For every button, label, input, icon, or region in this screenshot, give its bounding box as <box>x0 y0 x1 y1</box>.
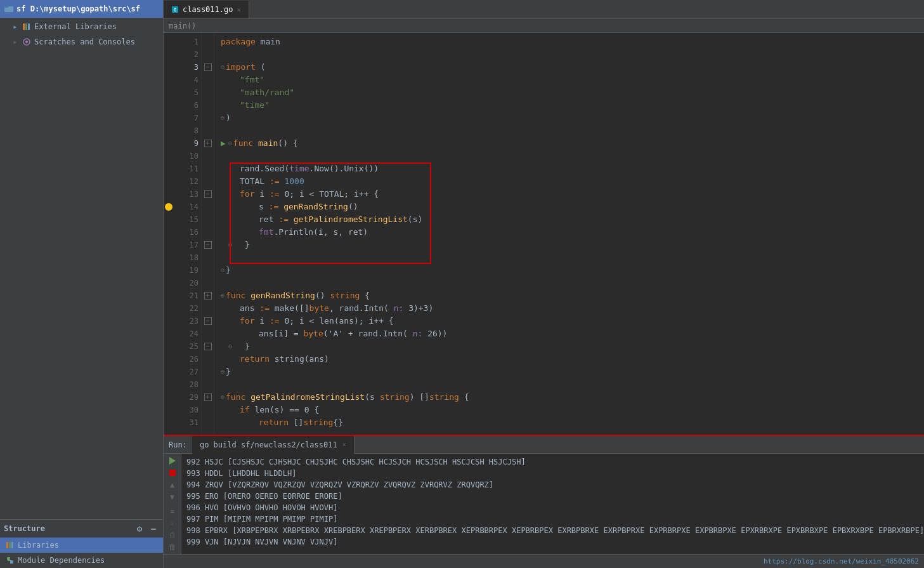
fold-gutter-21[interactable]: + <box>202 289 214 302</box>
project-root-label: sf D:\mysetup\gopath\src\sf <box>16 4 140 13</box>
code-line-10 <box>221 150 924 162</box>
fold-gutter-7 <box>202 112 214 124</box>
sidebar: sf D:\mysetup\gopath\src\sf ▶ External L… <box>0 0 164 568</box>
run-label: Run: <box>164 440 192 449</box>
line-num-21: 21 <box>164 289 201 302</box>
editor-tab-class011[interactable]: G class011.go × <box>164 1 249 18</box>
fold-gutter-13[interactable]: − <box>202 188 214 201</box>
fold-gutter-2 <box>202 48 214 61</box>
fold-gutter-25[interactable]: − <box>202 340 214 353</box>
scratches-arrow-icon: ▶ <box>10 37 20 47</box>
line-num-12: 12 <box>164 175 201 188</box>
structure-collapse-btn[interactable]: − <box>148 523 159 534</box>
line-num-28: 28 <box>164 378 201 391</box>
scroll-end-btn[interactable]: ⇩ <box>166 518 179 528</box>
module-icon <box>5 555 15 565</box>
stop-button[interactable] <box>166 468 179 478</box>
fold-gutter-29[interactable]: + <box>202 391 214 404</box>
sidebar-tree: ▶ External Libraries ▶ <box>0 18 163 51</box>
fold-gutter-14 <box>202 201 214 213</box>
fold-gutter-19 <box>202 264 214 277</box>
print-btn[interactable]: ⎙ <box>166 531 179 540</box>
breadcrumb-text: main() <box>169 22 196 30</box>
line-num-20: 20 <box>164 277 201 289</box>
line-num-24: 24 <box>164 327 201 340</box>
code-line-1: package main <box>221 36 924 48</box>
code-line-26: return string(ans) <box>221 353 924 366</box>
fold-gutter-18 <box>202 251 214 264</box>
fold-gutter-22 <box>202 302 214 315</box>
scroll-up-btn[interactable]: ▲ <box>166 480 179 490</box>
scroll-down-btn[interactable]: ▼ <box>166 492 179 501</box>
play-button[interactable] <box>166 456 179 466</box>
go-file-icon: G <box>171 6 179 13</box>
structure-title: Structure <box>4 524 45 533</box>
code-line-28 <box>221 378 924 391</box>
code-line-23: for i := 0; i < len(ans); i++ { <box>221 315 924 327</box>
line-num-29: 29 <box>164 391 201 404</box>
code-line-6: "time" <box>221 99 924 112</box>
fold-gutter-23[interactable]: − <box>202 315 214 327</box>
soft-wrap-btn[interactable]: ≡ <box>166 506 179 516</box>
line-num-9: 9 <box>164 137 201 150</box>
fold-gutter-10 <box>202 150 214 162</box>
console-output[interactable]: 992 HSJC [CJSHSJC CJHSHJC CHJSJHC CHSJSH… <box>181 454 924 554</box>
code-line-2 <box>221 48 924 61</box>
tab-close-btn[interactable]: × <box>237 6 241 14</box>
sidebar-item-external-libraries[interactable]: ▶ External Libraries <box>0 19 163 34</box>
fold-gutter-9[interactable]: + <box>202 137 214 150</box>
fold-gutter-20 <box>202 277 214 289</box>
console-line-2: 994 ZRQV [VZQRZRQV VQZRZQV VZQRQZV VZRQR… <box>186 479 919 491</box>
console-line-6: 998 EPBRX [XRBPEPBRX XRBPEBRX XREBPBERX … <box>186 525 919 536</box>
run-tab-close-btn[interactable]: × <box>342 441 346 448</box>
libraries-icon2 <box>5 540 15 550</box>
fold-gutter-3[interactable]: − <box>202 61 214 74</box>
line-num-31: 31 <box>164 416 201 429</box>
libraries-icon <box>22 22 32 32</box>
code-editor[interactable]: 1 2 3 4 5 6 7 8 9 10 11 12 13 14 15 16 1… <box>164 33 924 435</box>
clear-btn[interactable]: 🗑 <box>166 542 179 551</box>
structure-panel: Structure ⚙ − Libraries <box>0 519 163 568</box>
line-num-11: 11 <box>164 162 201 175</box>
svg-rect-11 <box>10 560 13 564</box>
run-tab[interactable]: go build sf/newclass2/class011 × <box>192 436 355 454</box>
svg-rect-4 <box>28 23 30 30</box>
breadcrumb: main() <box>169 22 196 30</box>
console-line-4: 996 HVO [OVHVO OHVHO HOVOH HVOVH] <box>186 502 919 513</box>
code-line-25: ⊖} <box>221 340 924 353</box>
bottom-sidebar: ▲ ▼ ≡ ⇩ ⎙ 🗑 <box>164 454 181 554</box>
code-line-22: ans := make([]byte, rand.Intn( n: 3)+3) <box>221 302 924 315</box>
sidebar-item-module-deps[interactable]: Module Dependencies <box>0 553 163 568</box>
structure-header: Structure ⚙ − <box>0 520 163 538</box>
project-root-item[interactable]: sf D:\mysetup\gopath\src\sf <box>0 0 163 18</box>
sidebar-item-scratches[interactable]: ▶ Scratches and Consoles <box>0 34 163 50</box>
sidebar-item-libraries[interactable]: Libraries <box>0 538 163 553</box>
fold-gutter-30 <box>202 404 214 416</box>
line-num-13: 13 <box>164 188 201 201</box>
svg-rect-1 <box>4 6 8 8</box>
line-num-10: 10 <box>164 150 201 162</box>
line-num-18: 18 <box>164 251 201 264</box>
console-line-7: 999 VJN [NJVJN NVJVN VNJNV VJNJV] <box>186 536 919 548</box>
svg-rect-8 <box>9 542 11 548</box>
bottom-tabs: Run: go build sf/newclass2/class011 × <box>164 436 924 454</box>
line-num-8: 8 <box>164 124 201 137</box>
fold-gutter-12 <box>202 175 214 188</box>
line-num-26: 26 <box>164 353 201 366</box>
fold-gutter-28 <box>202 378 214 391</box>
editor-area: G class011.go × main() 1 2 3 4 5 6 <box>164 0 924 568</box>
fold-gutter-5 <box>202 86 214 99</box>
code-line-29: ⊕func getPalindromeStringList(s string) … <box>221 391 924 404</box>
svg-point-6 <box>25 41 28 43</box>
bottom-panel: Run: go build sf/newclass2/class011 × ▲ <box>164 435 924 568</box>
structure-settings-btn[interactable]: ⚙ <box>134 523 145 534</box>
code-content-area[interactable]: package main ⊖import ( "fmt" "math/rand" <box>214 33 924 435</box>
code-line-21: ⊕func genRandString() string { <box>221 289 924 302</box>
line-num-17: 17 <box>164 239 201 251</box>
fold-gutter-17[interactable]: − <box>202 239 214 251</box>
tab-bar: G class011.go × <box>164 0 924 19</box>
code-line-4: "fmt" <box>221 74 924 86</box>
code-line-13: for i := 0; i < TOTAL; i++ { <box>221 188 924 201</box>
code-line-9: ▶ ⊖func main() { <box>221 137 924 150</box>
line-num-23: 23 <box>164 315 201 327</box>
